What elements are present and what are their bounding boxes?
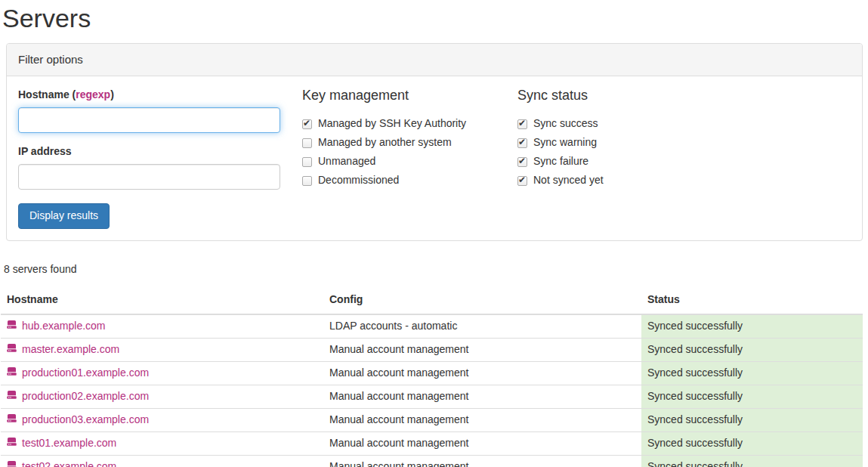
server-hostname: master.example.com bbox=[22, 342, 119, 357]
hdd-icon bbox=[7, 319, 17, 334]
server-link[interactable]: production02.example.com bbox=[7, 389, 149, 404]
sync-status-heading: Sync status bbox=[517, 86, 851, 106]
hostname-cell: production03.example.com bbox=[1, 408, 323, 431]
filter-checkbox[interactable] bbox=[302, 119, 312, 129]
ip-address-input[interactable] bbox=[18, 164, 280, 190]
hdd-icon bbox=[7, 413, 17, 428]
page-title: Servers bbox=[0, 5, 868, 32]
key-management-heading: Key management bbox=[302, 86, 517, 106]
column-header-config: Config bbox=[323, 286, 641, 314]
results-summary: 8 servers found bbox=[4, 262, 868, 277]
config-cell: Manual account management bbox=[323, 408, 641, 431]
sync-status-options: Sync success Sync warning Sync failure N… bbox=[517, 115, 851, 190]
config-cell: Manual account management bbox=[323, 455, 641, 467]
filter-checkbox[interactable] bbox=[302, 138, 312, 148]
filter-panel-body: Hostname (regexp) IP address Display res… bbox=[7, 76, 862, 240]
key-management-group: Key management Managed by SSH Key Author… bbox=[302, 88, 517, 229]
server-link[interactable]: production03.example.com bbox=[7, 413, 149, 428]
status-cell: Synced successfully bbox=[641, 338, 863, 361]
ip-form-group: IP address bbox=[18, 144, 302, 190]
config-cell: Manual account management bbox=[323, 361, 641, 385]
filter-panel-heading: Filter options bbox=[7, 44, 862, 76]
display-results-button[interactable]: Display results bbox=[18, 203, 110, 229]
hostname-cell: production02.example.com bbox=[1, 385, 323, 408]
sync-status-group: Sync status Sync success Sync warning Sy… bbox=[517, 88, 851, 229]
filter-checkbox[interactable] bbox=[302, 157, 312, 167]
checkbox-option[interactable]: Decommissioned bbox=[302, 172, 517, 190]
regexp-link[interactable]: regexp bbox=[76, 88, 110, 101]
checkbox-option[interactable]: Sync success bbox=[517, 115, 851, 134]
server-hostname: production03.example.com bbox=[22, 413, 149, 428]
hdd-icon bbox=[7, 366, 17, 381]
filter-checkbox[interactable] bbox=[517, 138, 527, 148]
servers-table: Hostname Config Status hub.example.com L… bbox=[1, 286, 863, 467]
filter-checkbox[interactable] bbox=[517, 176, 527, 186]
checkbox-option[interactable]: Managed by SSH Key Authority bbox=[302, 115, 517, 134]
column-header-status: Status bbox=[641, 286, 863, 314]
hostname-label: Hostname (regexp) bbox=[18, 88, 302, 103]
checkbox-option[interactable]: Sync failure bbox=[517, 153, 851, 172]
checkbox-option-label: Sync failure bbox=[533, 154, 588, 169]
hostname-cell: test01.example.com bbox=[1, 431, 323, 455]
server-hostname: test01.example.com bbox=[22, 436, 116, 451]
server-link[interactable]: test01.example.com bbox=[7, 436, 116, 451]
server-hostname: production02.example.com bbox=[22, 389, 149, 404]
checkbox-option-label: Not synced yet bbox=[533, 173, 604, 188]
checkbox-option-label: Unmanaged bbox=[318, 154, 375, 169]
checkbox-option[interactable]: Managed by another system bbox=[302, 134, 517, 153]
filter-checkbox[interactable] bbox=[302, 176, 312, 186]
server-table-row: production02.example.com Manual account … bbox=[1, 385, 863, 408]
hdd-icon bbox=[7, 389, 17, 404]
status-cell: Synced successfully bbox=[641, 361, 863, 385]
ip-address-label: IP address bbox=[18, 144, 302, 159]
hostname-form-group: Hostname (regexp) bbox=[18, 88, 302, 133]
filter-checkbox[interactable] bbox=[517, 157, 527, 167]
hostname-cell: production01.example.com bbox=[1, 361, 323, 385]
status-cell: Synced successfully bbox=[641, 385, 863, 408]
server-link[interactable]: test02.example.com bbox=[7, 459, 116, 467]
hostname-cell: hub.example.com bbox=[1, 314, 323, 338]
status-cell: Synced successfully bbox=[641, 408, 863, 431]
checkbox-option[interactable]: Not synced yet bbox=[517, 172, 851, 190]
checkbox-option-label: Sync warning bbox=[533, 135, 597, 150]
column-header-hostname: Hostname bbox=[1, 286, 323, 314]
checkbox-option-label: Sync success bbox=[533, 116, 598, 131]
server-table-row: master.example.com Manual account manage… bbox=[1, 338, 863, 361]
server-link[interactable]: production01.example.com bbox=[7, 366, 149, 381]
filter-checkbox[interactable] bbox=[517, 119, 527, 129]
server-table-row: production03.example.com Manual account … bbox=[1, 408, 863, 431]
config-cell: Manual account management bbox=[323, 385, 641, 408]
server-hostname: production01.example.com bbox=[22, 366, 149, 381]
config-cell: Manual account management bbox=[323, 431, 641, 455]
checkbox-option[interactable]: Sync warning bbox=[517, 134, 851, 153]
table-header-row: Hostname Config Status bbox=[1, 286, 863, 314]
checkbox-option[interactable]: Unmanaged bbox=[302, 153, 517, 172]
server-link[interactable]: master.example.com bbox=[7, 342, 119, 357]
filter-panel: Filter options Hostname (regexp) IP addr… bbox=[6, 43, 863, 240]
hostname-label-suffix: ) bbox=[110, 88, 114, 101]
filter-fields-column: Hostname (regexp) IP address Display res… bbox=[18, 88, 302, 229]
hostname-cell: test02.example.com bbox=[1, 455, 323, 467]
status-cell: Synced successfully bbox=[641, 455, 863, 467]
hdd-icon bbox=[7, 436, 17, 451]
checkbox-option-label: Managed by another system bbox=[318, 135, 452, 150]
server-table-row: hub.example.com LDAP accounts - automati… bbox=[1, 314, 863, 338]
config-cell: LDAP accounts - automatic bbox=[323, 314, 641, 338]
servers-table-body: hub.example.com LDAP accounts - automati… bbox=[1, 314, 863, 467]
config-cell: Manual account management bbox=[323, 338, 641, 361]
hostname-input[interactable] bbox=[18, 107, 280, 133]
hostname-label-prefix: Hostname ( bbox=[18, 88, 76, 101]
server-table-row: test01.example.com Manual account manage… bbox=[1, 431, 863, 455]
server-link[interactable]: hub.example.com bbox=[7, 319, 106, 334]
status-cell: Synced successfully bbox=[641, 431, 863, 455]
server-hostname: test02.example.com bbox=[22, 459, 116, 467]
hdd-icon bbox=[7, 342, 17, 357]
server-hostname: hub.example.com bbox=[22, 319, 106, 334]
key-management-options: Managed by SSH Key Authority Managed by … bbox=[302, 115, 517, 190]
checkbox-option-label: Decommissioned bbox=[318, 173, 399, 188]
server-table-row: production01.example.com Manual account … bbox=[1, 361, 863, 385]
hdd-icon bbox=[7, 459, 17, 467]
status-cell: Synced successfully bbox=[641, 314, 863, 338]
server-table-row: test02.example.com Manual account manage… bbox=[1, 455, 863, 467]
checkbox-option-label: Managed by SSH Key Authority bbox=[318, 116, 466, 131]
